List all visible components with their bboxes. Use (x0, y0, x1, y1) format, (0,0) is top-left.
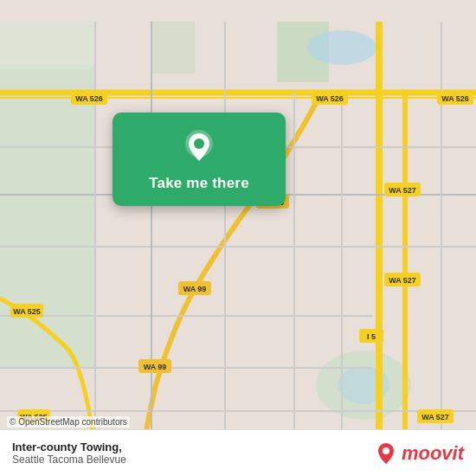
svg-text:WA 526: WA 526 (316, 94, 344, 103)
map-svg: WA 526 WA 526 WA 99 WA 99 WA 99 WA 527 W… (0, 0, 476, 476)
take-me-there-card[interactable]: Take me there (113, 113, 286, 206)
copyright-text: © OpenStreetMap contributors (7, 416, 130, 428)
svg-text:WA 525: WA 525 (13, 307, 41, 316)
svg-text:WA 527: WA 527 (421, 413, 449, 421)
svg-text:WA 526: WA 526 (75, 94, 103, 103)
business-name: Inter-county Towing, (12, 441, 126, 453)
svg-text:WA 526: WA 526 (441, 94, 469, 103)
svg-text:WA 527: WA 527 (389, 276, 416, 285)
svg-point-49 (194, 138, 204, 149)
svg-point-6 (307, 30, 376, 65)
svg-text:WA 99: WA 99 (183, 285, 207, 293)
svg-point-50 (383, 447, 389, 454)
svg-rect-5 (151, 22, 195, 74)
bottom-bar: Inter-county Towing, Seattle Tacoma Bell… (0, 429, 476, 476)
map-container: WA 526 WA 526 WA 99 WA 99 WA 99 WA 527 W… (0, 0, 476, 476)
svg-text:WA 527: WA 527 (389, 186, 416, 195)
location-pin-icon (180, 128, 218, 166)
bottom-info: Inter-county Towing, Seattle Tacoma Bell… (12, 441, 126, 466)
moovit-logo-text: moovit (402, 442, 464, 465)
svg-text:WA 99: WA 99 (144, 363, 167, 371)
svg-text:I 5: I 5 (367, 332, 376, 341)
svg-rect-2 (0, 22, 95, 69)
take-me-there-label: Take me there (149, 175, 249, 192)
moovit-logo: moovit (374, 441, 464, 466)
moovit-pin-icon (374, 441, 398, 466)
svg-rect-1 (0, 65, 95, 368)
business-location: Seattle Tacoma Bellevue (12, 453, 126, 466)
